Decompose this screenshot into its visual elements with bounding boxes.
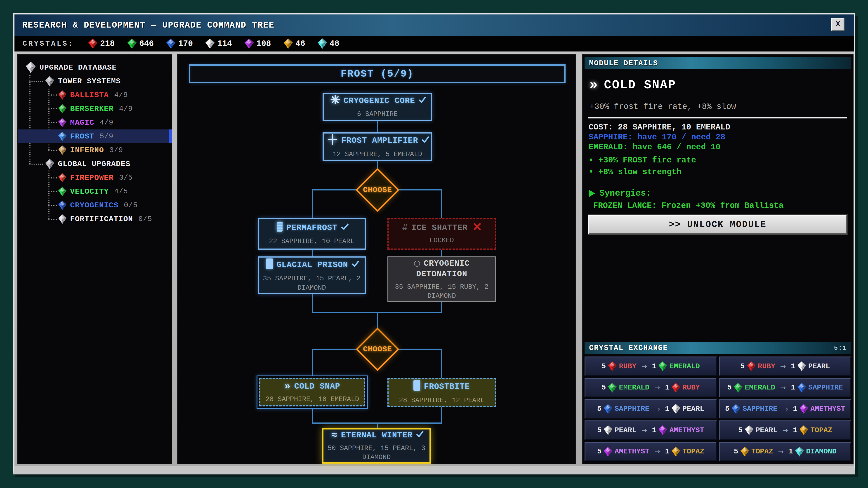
sidebar-item-frost[interactable]: FROST5/9 <box>18 129 172 143</box>
close-button[interactable]: X <box>831 18 844 31</box>
node-cryogenic-detonation[interactable]: ○CRYOGENIC DETONATION 35 SAPPHIRE, 15 RU… <box>388 256 496 302</box>
sidebar-item-firepower[interactable]: FIREPOWER3/5 <box>18 171 172 185</box>
node-frostbite[interactable]: FROSTBITE 28 SAPPHIRE, 12 PEARL <box>388 378 496 408</box>
exchange-button-sapphire-to-amethyst[interactable]: 5SAPPHIRE→1AMETHYST <box>719 399 851 419</box>
sapphire-gem-icon <box>604 404 612 414</box>
crystal-count-emerald: 646 <box>127 38 154 49</box>
exchange-button-emerald-to-ruby[interactable]: 5EMERALD→1RUBY <box>585 378 717 397</box>
unlock-module-button[interactable]: >> UNLOCK MODULE <box>588 215 847 234</box>
gem-icon <box>58 104 66 113</box>
divider <box>588 117 847 118</box>
exchange-button-sapphire-to-pearl[interactable]: 5SAPPHIRE→1PEARL <box>585 399 717 419</box>
tree-connector <box>312 409 313 423</box>
sidebar-item-upgrade-database[interactable]: UPGRADE DATABASE <box>18 61 172 74</box>
check-icon <box>422 135 428 146</box>
content-frame: UPGRADE DATABASETOWER SYSTEMSBALLISTA4/9… <box>14 52 854 466</box>
sidebar-item-inferno[interactable]: INFERNO3/9 <box>18 143 172 157</box>
exchange-button-pearl-to-topaz[interactable]: 5PEARL→1TOPAZ <box>719 420 851 440</box>
pearl-gem-icon <box>745 425 753 435</box>
pearl-gem-icon <box>604 425 612 435</box>
cost-line: COST: 28 SAPPHIRE, 10 EMERALD <box>589 123 730 131</box>
gem-icon <box>58 145 66 155</box>
tree-connector <box>441 189 442 218</box>
tree-connector <box>312 189 313 218</box>
crystal-count-ruby: 218 <box>88 38 115 49</box>
module-details-panel: MODULE DETAILS » COLD SNAP +30% frost fi… <box>582 54 854 464</box>
chevrons-icon: » <box>590 77 598 93</box>
crystal-exchange-header: CRYSTAL EXCHANGE5:1 <box>585 342 851 354</box>
exchange-button-ruby-to-emerald[interactable]: 5RUBY→1EMERALD <box>585 357 717 376</box>
sidebar-item-fortification[interactable]: FORTIFICATION0/5 <box>18 212 172 226</box>
emerald-gem-icon <box>608 383 617 393</box>
node-glacial-prison[interactable]: GLACIAL PRISON 35 SAPPHIRE, 15 PEARL, 2 … <box>258 256 366 294</box>
sidebar-item-cryogenics[interactable]: CRYOGENICS0/5 <box>18 198 172 212</box>
ruby-gem-icon <box>747 361 756 371</box>
node-eternal-winter[interactable]: ≈ETERNAL WINTER 50 SAPPHIRE, 15 PEARL, 3… <box>322 428 431 464</box>
emerald-gem-icon <box>734 383 743 393</box>
ice-block-icon <box>413 380 420 393</box>
gem-icon <box>58 173 66 182</box>
sidebar-item-global-upgrades[interactable]: GLOBAL UPGRADES <box>18 157 172 171</box>
hash-icon: # <box>402 223 408 233</box>
tree-connector <box>399 189 442 191</box>
tree-header: FROST (5/9) <box>189 64 565 84</box>
gem-icon <box>58 118 66 127</box>
sidebar-item-velocity[interactable]: VELOCITY4/5 <box>18 185 172 198</box>
node-permafrost[interactable]: PERMAFROST 22 SAPPHIRE, 10 PEARL <box>258 218 366 250</box>
node-ice-shatter[interactable]: #ICE SHATTER LOCKED <box>388 218 496 250</box>
sidebar-item-tower-systems[interactable]: TOWER SYSTEMS <box>18 74 172 88</box>
emerald-gem-icon <box>127 38 136 49</box>
check-icon <box>416 430 422 441</box>
crystal-count-topaz: 46 <box>284 38 305 49</box>
crystal-count-amethyst: 108 <box>245 38 271 49</box>
pearl-gem-icon <box>798 361 806 371</box>
gem-icon <box>58 215 66 224</box>
tree-connector <box>399 349 442 350</box>
tree-connector <box>312 250 313 256</box>
pearl-gem-icon <box>672 404 680 414</box>
effect-line: • +8% slow strength <box>589 168 681 176</box>
title-bar: RESEARCH & DEVELOPMENT — UPGRADE COMMAND… <box>14 14 854 36</box>
exchange-button-ruby-to-pearl[interactable]: 5RUBY→1PEARL <box>719 357 851 376</box>
amethyst-gem-icon <box>245 38 254 49</box>
gem-icon <box>26 62 36 73</box>
tree-connector <box>377 312 378 328</box>
exchange-button-pearl-to-amethyst[interactable]: 5PEARL→1AMETHYST <box>585 420 717 440</box>
snowflake-icon <box>331 95 340 107</box>
crystal-count-pearl: 114 <box>206 38 232 49</box>
module-description: +30% frost fire rate, +8% slow <box>590 102 736 111</box>
effect-line: • +30% FROST fire rate <box>589 156 696 164</box>
upgrade-tree-panel: FROST (5/9) CHOOSE CHOOSE CRYOGENIC CORE… <box>177 54 576 464</box>
crystal-count-sapphire: 170 <box>166 38 193 49</box>
sidebar-item-berserker[interactable]: BERSERKER4/9 <box>18 102 172 116</box>
sidebar-item-magic[interactable]: MAGIC4/9 <box>18 116 172 129</box>
emerald-gem-icon <box>658 361 667 371</box>
upgrade-database-panel: UPGRADE DATABASETOWER SYSTEMSBALLISTA4/9… <box>17 54 172 464</box>
sidebar-item-ballista[interactable]: BALLISTA4/9 <box>18 88 172 102</box>
exchange-button-amethyst-to-topaz[interactable]: 5AMETHYST→1TOPAZ <box>585 442 717 461</box>
gem-icon <box>45 159 54 169</box>
topaz-gem-icon <box>800 425 808 435</box>
window-title: RESEARCH & DEVELOPMENT — UPGRADE COMMAND… <box>22 20 274 30</box>
emerald-line: EMERALD: have 646 / need 10 <box>589 143 720 151</box>
topaz-gem-icon <box>284 38 293 49</box>
exchange-button-topaz-to-diamond[interactable]: 5TOPAZ→1DIAMOND <box>719 442 851 461</box>
sapphire-gem-icon <box>732 404 740 414</box>
gem-icon <box>58 187 66 196</box>
check-icon <box>341 222 347 233</box>
node-cold-snap[interactable]: »COLD SNAP 28 SAPPHIRE, 10 EMERALD <box>256 376 368 409</box>
tree-connector <box>312 349 363 350</box>
tree-connector <box>441 408 442 423</box>
sapphire-gem-icon <box>166 38 176 49</box>
node-frost-amplifier[interactable]: FROST AMPLIFIER 12 SAPPHIRE, 5 EMERALD <box>322 132 432 161</box>
amethyst-gem-icon <box>658 425 667 435</box>
exchange-button-emerald-to-sapphire[interactable]: 5EMERALD→1SAPPHIRE <box>719 378 851 397</box>
gem-icon <box>58 132 66 141</box>
ruby-gem-icon <box>608 361 617 371</box>
node-cryogenic-core[interactable]: CRYOGENIC CORE 6 SAPPHIRE <box>322 93 432 121</box>
check-icon <box>352 259 358 270</box>
check-icon <box>418 95 424 106</box>
main-window: RESEARCH & DEVELOPMENT — UPGRADE COMMAND… <box>13 13 855 475</box>
sapphire-gem-icon <box>798 383 806 393</box>
tree-connector <box>312 294 313 313</box>
